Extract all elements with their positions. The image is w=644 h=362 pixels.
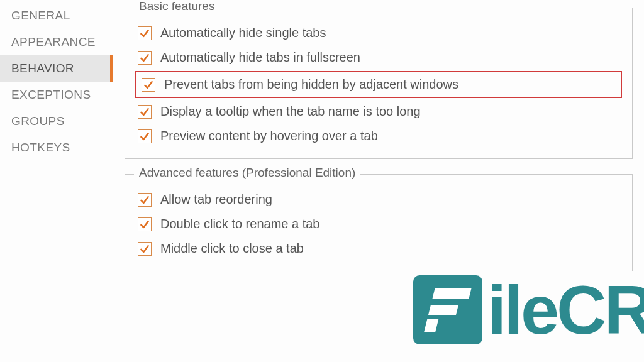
option-row[interactable]: Preview content by hovering over a tab (135, 125, 622, 147)
sidebar-item-hotkeys[interactable]: HOTKEYS (0, 134, 113, 161)
checkbox-icon[interactable] (138, 242, 152, 256)
sidebar-item-exceptions[interactable]: EXCEPTIONS (0, 82, 113, 108)
checkbox-icon[interactable] (138, 193, 152, 207)
checkbox-icon[interactable] (138, 26, 152, 40)
sidebar-item-behavior[interactable]: BEHAVIOR (0, 55, 113, 82)
settings-content: Basic features Automatically hide single… (113, 0, 644, 362)
option-label: Allow tab reordering (160, 192, 272, 207)
option-row[interactable]: Middle click to close a tab (135, 238, 622, 260)
option-row[interactable]: Automatically hide tabs in fullscreen (135, 47, 622, 69)
option-label: Middle click to close a tab (160, 241, 304, 256)
option-label: Preview content by hovering over a tab (160, 129, 378, 143)
checkbox-icon[interactable] (138, 105, 152, 119)
option-row[interactable]: Double click to rename a tab (135, 213, 622, 235)
settings-sidebar: GENERAL APPEARANCE BEHAVIOR EXCEPTIONS G… (0, 0, 113, 362)
option-row[interactable]: Automatically hide single tabs (135, 22, 622, 44)
group-advanced-features: Advanced features (Professional Edition)… (125, 174, 633, 272)
sidebar-item-appearance[interactable]: APPEARANCE (0, 29, 113, 55)
option-label: Double click to rename a tab (160, 217, 319, 231)
checkbox-icon[interactable] (138, 51, 152, 65)
checkbox-icon[interactable] (138, 217, 152, 231)
option-label: Automatically hide tabs in fullscreen (160, 50, 360, 65)
group-title: Advanced features (Professional Edition) (134, 166, 360, 180)
group-title: Basic features (134, 0, 219, 13)
option-label: Prevent tabs from being hidden by adjace… (164, 77, 458, 92)
option-label: Automatically hide single tabs (160, 26, 326, 40)
checkbox-icon[interactable] (138, 129, 152, 143)
checkbox-icon[interactable] (142, 78, 155, 92)
sidebar-item-general[interactable]: GENERAL (0, 3, 113, 29)
group-basic-features: Basic features Automatically hide single… (125, 8, 633, 159)
option-label: Display a tooltip when the tab name is t… (160, 104, 421, 119)
option-row[interactable]: Display a tooltip when the tab name is t… (135, 101, 622, 123)
option-row-highlighted[interactable]: Prevent tabs from being hidden by adjace… (135, 71, 622, 98)
sidebar-item-groups[interactable]: GROUPS (0, 108, 113, 134)
option-row[interactable]: Allow tab reordering (135, 189, 622, 211)
